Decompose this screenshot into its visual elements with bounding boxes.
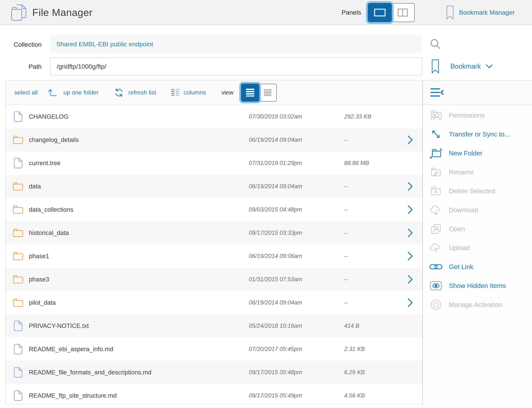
file-row[interactable]: data 06/19/2014 09:04am –: [6, 175, 422, 198]
file-date: 09/17/2015 03:33pm: [249, 221, 302, 245]
select-all-button[interactable]: select all: [14, 80, 38, 105]
file-name: pilot_data: [29, 291, 56, 314]
file-size: –: [344, 245, 347, 268]
folder-chevron-icon[interactable]: [408, 175, 413, 198]
file-row[interactable]: README_ftp_site_structure.md 09/17/2015 …: [6, 384, 422, 404]
action-label: Delete Selected: [449, 187, 495, 195]
refresh-icon[interactable]: [114, 80, 124, 105]
file-row[interactable]: README_file_formats_and_descriptions.md …: [6, 361, 422, 384]
bookmark-button[interactable]: Bookmark: [432, 57, 493, 75]
list-toolbar: select all up one folder refresh list: [6, 80, 422, 105]
file-size: 414 B: [344, 314, 359, 338]
up-one-folder-icon[interactable]: [48, 80, 57, 105]
view-label: view: [221, 80, 234, 105]
bookmark-manager-label: Bookmark Manager: [459, 9, 515, 16]
file-manager-page: File Manager Panels: [0, 0, 532, 408]
open-icon: [428, 223, 444, 235]
folder-chevron-icon[interactable]: [408, 128, 413, 152]
folder-chevron-icon[interactable]: [408, 245, 413, 268]
file-date: 05/24/2018 10:16am: [249, 314, 302, 338]
bookmark-manager-icon: [446, 5, 454, 20]
upload-icon: [428, 242, 444, 254]
action-transfer-or-sync[interactable]: Transfer or Sync to...: [423, 125, 532, 144]
file-row[interactable]: historical_data 09/17/2015 03:33pm –: [6, 221, 422, 245]
bookmark-manager-button[interactable]: Bookmark Manager: [446, 0, 515, 25]
dual-panel-button[interactable]: [391, 3, 415, 22]
panels-toggle-group: Panels: [341, 0, 415, 25]
action-open: Open: [423, 219, 532, 238]
file-size: 292.33 KB: [344, 105, 371, 128]
file-date: 06/19/2014 09:04am: [249, 291, 302, 314]
path-label: Path: [0, 63, 42, 70]
file-date: 09/17/2015 05:49pm: [249, 384, 302, 404]
compact-view-button[interactable]: [258, 84, 277, 102]
refresh-list-button[interactable]: refresh list: [128, 80, 156, 105]
file-row[interactable]: CHANGELOG 07/30/2019 03:02am 292.33 KB: [6, 105, 422, 128]
action-upload: Upload: [423, 238, 532, 257]
folder-chevron-icon[interactable]: [408, 291, 413, 314]
file-row[interactable]: README_ebi_aspera_info.md 07/20/2017 05:…: [6, 338, 422, 361]
content-area: select all up one folder refresh list: [5, 80, 532, 408]
collection-input[interactable]: Shared EMBL-EBI public endpoint: [50, 35, 422, 53]
file-size: 4.56 KB: [344, 384, 365, 404]
new-folder-icon: [428, 147, 444, 159]
file-name: data: [29, 175, 41, 198]
file-size: 6.29 KB: [344, 361, 365, 384]
columns-button[interactable]: columns: [183, 80, 206, 105]
file-name: README_ftp_site_structure.md: [29, 384, 117, 404]
action-new-folder[interactable]: New Folder: [423, 144, 532, 162]
folder-chevron-icon[interactable]: [408, 198, 413, 221]
file-name: CHANGELOG: [29, 105, 69, 128]
view-toggle: [241, 80, 277, 105]
file-type-icon: [12, 245, 24, 268]
action-get-link[interactable]: Get Link: [423, 257, 532, 276]
file-row[interactable]: PRIVACY-NOTICE.txt 05/24/2018 10:16am 41…: [6, 314, 422, 338]
app-header: File Manager Panels: [0, 0, 532, 25]
file-size: –: [344, 198, 347, 221]
file-name: PRIVACY-NOTICE.txt: [29, 314, 89, 338]
file-date: 09/03/2015 04:48pm: [249, 198, 302, 221]
up-one-folder-button[interactable]: up one folder: [63, 80, 98, 105]
file-row[interactable]: phase1 06/19/2014 09:06am –: [6, 245, 422, 268]
folder-chevron-icon[interactable]: [408, 268, 413, 291]
file-size: 2.31 KB: [344, 338, 365, 361]
file-name: phase3: [29, 268, 49, 291]
list-view-button[interactable]: [241, 84, 259, 102]
file-row[interactable]: pilot_data 06/19/2014 09:04am –: [6, 291, 422, 314]
rename-icon: [428, 167, 444, 177]
file-name: historical_data: [29, 221, 69, 245]
columns-icon[interactable]: [171, 80, 180, 105]
file-row[interactable]: data_collections 09/03/2015 04:48pm –: [6, 198, 422, 221]
file-type-icon: [12, 198, 24, 221]
path-input[interactable]: /gridftp/1000g/ftp/: [50, 57, 422, 75]
action-rename: Rename: [423, 162, 532, 181]
search-icon[interactable]: [429, 38, 442, 51]
action-label: Download: [449, 206, 478, 214]
action-label: Open: [449, 225, 465, 233]
file-row[interactable]: changelog_details 06/19/2014 09:04am –: [6, 128, 422, 152]
chevron-down-icon: [486, 64, 493, 69]
file-row[interactable]: current.tree 07/31/2019 01:29pm 88.86 MB: [6, 152, 422, 175]
file-type-icon: [12, 128, 24, 152]
file-date: 07/20/2017 05:45pm: [249, 338, 302, 361]
action-show-hidden-items[interactable]: Show Hidden Items: [423, 276, 532, 295]
panels-toggle: [368, 3, 415, 22]
file-size: –: [344, 291, 347, 314]
folder-chevron-icon[interactable]: [408, 221, 413, 245]
eye-icon: [428, 281, 444, 291]
bookmark-label: Bookmark: [450, 62, 481, 70]
file-type-icon: [12, 221, 24, 245]
actions-sidebar: Permissions Transfer or Sync to...: [423, 80, 532, 408]
delete-icon: [428, 186, 444, 196]
file-row[interactable]: phase3 01/31/2015 07:53am –: [6, 268, 422, 291]
link-icon: [428, 263, 444, 271]
action-label: Transfer or Sync to...: [449, 130, 510, 138]
page-title: File Manager: [32, 7, 93, 18]
single-panel-button[interactable]: [368, 3, 392, 22]
collapse-sidebar-icon[interactable]: [430, 88, 444, 97]
file-list-panel: select all up one folder refresh list: [5, 80, 423, 404]
file-name: current.tree: [29, 152, 61, 175]
transfer-icon: [428, 129, 444, 140]
action-download: Download: [423, 200, 532, 219]
file-size: –: [344, 175, 347, 198]
